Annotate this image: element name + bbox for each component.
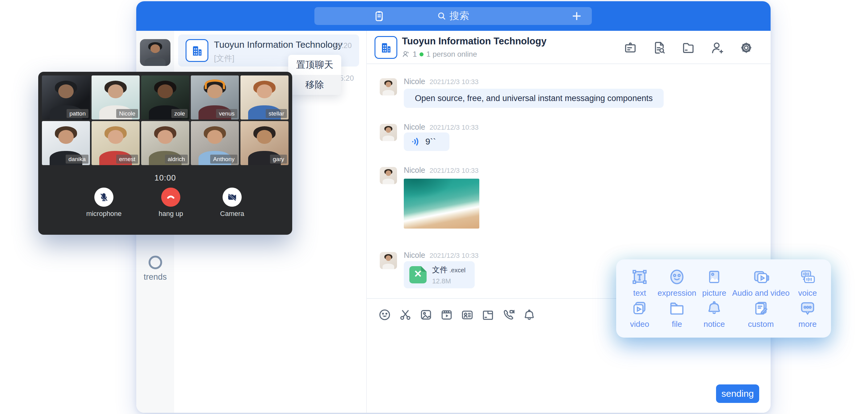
file-tool-icon bbox=[668, 299, 686, 317]
sender-avatar[interactable] bbox=[380, 78, 397, 95]
video-clip-icon[interactable] bbox=[440, 308, 454, 322]
panel-item-custom[interactable]: custom bbox=[732, 298, 789, 329]
chat-header: Tuoyun Information Technology 1 1 person… bbox=[367, 31, 771, 64]
file-message-bubble[interactable]: 文件.excel 12.8M bbox=[404, 261, 475, 288]
video-tool-icon bbox=[631, 299, 649, 317]
chat-history-search-icon[interactable] bbox=[652, 41, 666, 55]
sender-avatar[interactable] bbox=[380, 252, 397, 269]
panel-item-more[interactable]: more bbox=[790, 298, 826, 329]
video-tile: venus bbox=[191, 75, 239, 120]
my-avatar[interactable] bbox=[140, 39, 170, 66]
camera-muted-icon[interactable] bbox=[222, 188, 242, 207]
voice-message-bubble[interactable]: 9`` bbox=[404, 132, 450, 151]
panel-item-audio-video[interactable]: Audio and video bbox=[732, 267, 789, 298]
voice-tool-icon bbox=[799, 268, 816, 286]
emoji-icon[interactable] bbox=[378, 308, 392, 322]
camera-control[interactable]: Camera bbox=[220, 188, 244, 218]
image-message-beach[interactable] bbox=[404, 179, 479, 229]
voice-wave-icon bbox=[410, 136, 421, 147]
participant-name: Nicole bbox=[116, 109, 138, 118]
picture-tool-icon bbox=[705, 268, 723, 286]
text-message-bubble[interactable]: Open source, free, and universal instant… bbox=[404, 89, 664, 108]
trends-label: trends bbox=[136, 272, 174, 282]
search-icon bbox=[437, 11, 446, 21]
files-icon[interactable] bbox=[681, 41, 695, 55]
video-tile: ernest bbox=[92, 121, 140, 165]
panel-item-voice[interactable]: voice bbox=[790, 267, 826, 298]
video-tile: gary bbox=[241, 121, 288, 165]
online-status: 1 person online bbox=[426, 50, 477, 59]
sender-avatar[interactable] bbox=[380, 124, 397, 141]
panel-item-notice[interactable]: notice bbox=[696, 298, 732, 329]
composer-toolbar bbox=[378, 308, 536, 322]
top-bar: 搜索 + bbox=[136, 1, 771, 31]
expression-tool-icon bbox=[668, 268, 686, 286]
online-dot bbox=[420, 52, 424, 56]
search-placeholder[interactable]: 搜索 bbox=[450, 9, 469, 23]
voice-duration: 9`` bbox=[425, 137, 436, 147]
notice-tool-icon bbox=[705, 299, 723, 317]
video-tile: patton bbox=[42, 75, 90, 120]
participant-name: patton bbox=[67, 109, 89, 118]
excel-file-icon bbox=[409, 266, 427, 283]
panel-item-file[interactable]: file bbox=[657, 298, 696, 329]
search-bar[interactable]: 搜索 + bbox=[314, 7, 592, 25]
hang-up-label: hang up bbox=[159, 210, 183, 218]
screenshot-scissors-icon[interactable] bbox=[399, 308, 412, 322]
chat-group-avatar bbox=[374, 36, 397, 59]
more-tool-icon bbox=[799, 299, 816, 317]
microphone-muted-icon[interactable] bbox=[94, 188, 114, 207]
participant-name: ernest bbox=[116, 155, 138, 164]
microphone-label: microphone bbox=[86, 210, 122, 218]
hang-up-control[interactable]: hang up bbox=[159, 188, 183, 218]
sender-avatar[interactable] bbox=[380, 167, 397, 184]
menu-item-pin-chat[interactable]: 置顶聊天 bbox=[288, 55, 341, 75]
message-meta: Nicole2021/12/3 10:33 bbox=[404, 251, 479, 260]
video-tile: stellar bbox=[241, 75, 288, 120]
participant-name: stellar bbox=[266, 109, 287, 118]
message-meta: Nicole2021/12/3 10:33 bbox=[404, 166, 479, 174]
custom-tool-icon bbox=[752, 299, 770, 317]
text-tool-icon bbox=[631, 268, 649, 286]
video-call-window[interactable]: patton Nicole zole venus stellar danika … bbox=[38, 72, 292, 235]
video-grid: patton Nicole zole venus stellar danika … bbox=[42, 75, 288, 165]
group-notice-icon[interactable] bbox=[623, 41, 638, 55]
send-button[interactable]: sending bbox=[716, 384, 759, 403]
participant-name: gary bbox=[270, 155, 287, 164]
message-type-panel: text expression picture bbox=[616, 259, 831, 338]
video-tile: Nicole bbox=[92, 75, 140, 120]
sidebar-item-trends[interactable]: trends bbox=[136, 256, 174, 282]
video-tile: Anthony bbox=[191, 121, 239, 165]
video-tile: danika bbox=[42, 121, 90, 165]
participant-name: danika bbox=[66, 155, 89, 164]
message-text: Open source, free, and universal instant… bbox=[415, 94, 653, 103]
page-background: 搜索 + trends bbox=[0, 0, 868, 414]
add-plus-button[interactable]: + bbox=[572, 7, 581, 25]
audio-video-tool-icon bbox=[752, 268, 770, 286]
panel-item-video[interactable]: video bbox=[622, 298, 657, 329]
chat-title: Tuoyun Information Technology bbox=[402, 36, 547, 47]
message-meta: Nicole2021/12/3 10:33 bbox=[404, 77, 479, 86]
hang-up-icon[interactable] bbox=[161, 188, 180, 207]
file-name: 文件.excel bbox=[432, 264, 465, 275]
add-member-icon[interactable] bbox=[710, 41, 724, 55]
trends-icon bbox=[149, 256, 162, 269]
participant-name: venus bbox=[216, 109, 237, 118]
file-size: 12.8M bbox=[432, 277, 465, 285]
folder-icon[interactable] bbox=[481, 308, 495, 322]
microphone-control[interactable]: microphone bbox=[86, 188, 122, 218]
audio-video-call-icon[interactable] bbox=[502, 308, 516, 322]
participant-name: Anthony bbox=[210, 155, 237, 164]
conversation-preview: [文件] bbox=[214, 53, 234, 64]
menu-item-remove[interactable]: 移除 bbox=[288, 75, 341, 95]
members-icon bbox=[402, 50, 410, 58]
chat-panel: Tuoyun Information Technology 1 1 person… bbox=[367, 31, 771, 413]
conversation-title: Tuoyun Information Technology bbox=[214, 39, 342, 50]
contact-card-icon[interactable] bbox=[461, 308, 474, 322]
panel-item-picture[interactable]: picture bbox=[696, 267, 732, 298]
settings-gear-icon[interactable] bbox=[739, 41, 753, 55]
panel-item-text[interactable]: text bbox=[622, 267, 657, 298]
image-icon[interactable] bbox=[419, 308, 433, 322]
panel-item-expression[interactable]: expression bbox=[657, 267, 696, 298]
notification-bell-icon[interactable] bbox=[523, 308, 536, 322]
